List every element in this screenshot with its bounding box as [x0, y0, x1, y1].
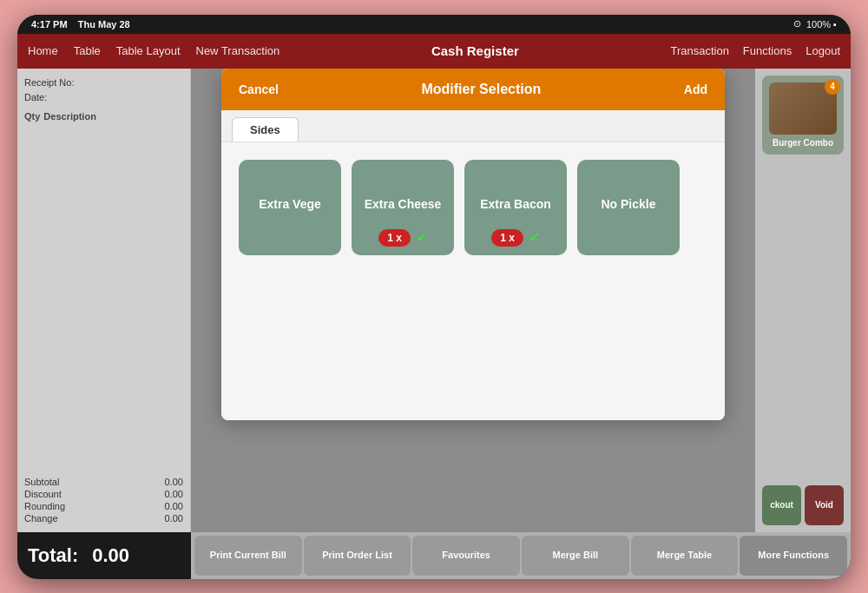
modal-title: Modifier Selection	[296, 82, 667, 97]
total-amount: 0.00	[92, 544, 129, 567]
rounding-label: Rounding	[24, 501, 65, 511]
change-value: 0.00	[165, 513, 183, 524]
modifier-badge-cheese: 1 x	[378, 229, 411, 247]
nav-center-title: Cash Register	[279, 43, 670, 58]
modifier-card-extra-vege[interactable]: Extra Vege	[239, 160, 341, 255]
checkout-void-row: ckout Void	[762, 485, 844, 525]
status-date: Thu May 28	[78, 19, 130, 30]
modifier-badge-row-bacon: 1 x ✔	[491, 229, 540, 247]
checkout-button[interactable]: ckout	[762, 485, 801, 525]
status-time-date: 4:17 PM Thu May 28	[31, 19, 130, 30]
void-button[interactable]: Void	[805, 485, 844, 525]
right-panel: 4 Burger Combo ckout Void	[755, 69, 851, 532]
receipt-panel: Receipt No: Date: Qty Description Subtot…	[17, 69, 191, 532]
modifier-card-extra-bacon[interactable]: Extra Bacon 1 x ✔	[464, 160, 567, 255]
modifier-badge-row-cheese: 1 x ✔	[378, 229, 427, 247]
receipt-columns: Qty Description	[24, 109, 183, 125]
receipt-info: Receipt No: Date: Qty Description	[24, 76, 183, 125]
modifier-badge-bacon: 1 x	[491, 229, 523, 247]
merge-bill-button[interactable]: Merge Bill	[522, 536, 629, 576]
status-time: 4:17 PM	[31, 19, 68, 30]
print-order-list-button[interactable]: Print Order List	[304, 536, 411, 576]
nav-home[interactable]: Home	[28, 44, 58, 57]
nav-table[interactable]: Table	[74, 44, 101, 57]
item-card-burger-combo[interactable]: 4 Burger Combo	[762, 76, 844, 155]
nav-logout[interactable]: Logout	[806, 44, 840, 57]
modifier-card-no-pickle[interactable]: No Pickle	[577, 160, 680, 255]
wifi-icon: ⊙	[793, 18, 801, 30]
receipt-spacer	[24, 124, 183, 476]
discount-label: Discount	[24, 489, 62, 499]
modal-body: Extra Vege Extra Cheese 1 x ✔	[221, 142, 725, 420]
status-indicators: ⊙ 100% ▪	[793, 18, 837, 30]
modifier-label-extra-vege: Extra Vege	[259, 197, 321, 211]
nav-transaction[interactable]: Transaction	[670, 44, 728, 57]
description-header: Description	[43, 109, 96, 125]
subtotal-row: Subtotal 0.00	[24, 477, 183, 487]
modifier-label-extra-bacon: Extra Bacon	[480, 197, 551, 211]
receipt-totals: Subtotal 0.00 Discount 0.00 Rounding 0.0…	[24, 477, 183, 525]
main-content: Receipt No: Date: Qty Description Subtot…	[17, 69, 851, 532]
print-current-bill-button[interactable]: Print Current Bill	[194, 536, 302, 576]
right-panel-spacer	[762, 161, 844, 478]
modal-cancel-button[interactable]: Cancel	[221, 69, 296, 110]
action-buttons: Print Current Bill Print Order List Favo…	[191, 532, 851, 579]
item-card-label: Burger Combo	[769, 138, 837, 148]
nav-new-transaction[interactable]: New Transaction	[196, 44, 280, 57]
modifier-label-no-pickle: No Pickle	[601, 197, 655, 211]
modifier-label-extra-cheese: Extra Cheese	[365, 197, 442, 211]
tab-sides[interactable]: Sides	[232, 117, 299, 142]
bottom-bar: Total: 0.00 Print Current Bill Print Ord…	[17, 532, 851, 579]
receipt-date-label: Date:	[24, 90, 183, 106]
modal-header: Cancel Modifier Selection Add	[221, 69, 725, 110]
nav-functions[interactable]: Functions	[743, 44, 792, 57]
check-icon-cheese: ✔	[416, 229, 427, 246]
rounding-value: 0.00	[165, 501, 183, 511]
discount-row: Discount 0.00	[24, 489, 183, 499]
nav-bar: Home Table Table Layout New Transaction …	[17, 34, 851, 69]
rounding-row: Rounding 0.00	[24, 501, 183, 511]
modifier-grid: Extra Vege Extra Cheese 1 x ✔	[239, 160, 707, 255]
item-badge: 4	[825, 79, 840, 95]
more-functions-button[interactable]: More Functions	[740, 536, 847, 576]
battery-indicator: 100% ▪	[806, 19, 837, 30]
receipt-no-label: Receipt No:	[24, 76, 183, 91]
status-bar: 4:17 PM Thu May 28 ⊙ 100% ▪	[17, 15, 851, 34]
subtotal-value: 0.00	[165, 477, 183, 487]
subtotal-label: Subtotal	[24, 477, 59, 487]
modal-overlay: Cancel Modifier Selection Add Sides Ex	[191, 69, 755, 532]
nav-right: Transaction Functions Logout	[670, 44, 840, 57]
qty-header: Qty	[24, 109, 40, 125]
discount-value: 0.00	[165, 489, 183, 499]
nav-table-layout[interactable]: Table Layout	[116, 44, 181, 57]
total-label: Total:	[28, 544, 78, 567]
merge-table-button[interactable]: Merge Table	[631, 536, 739, 576]
modifier-selection-modal: Cancel Modifier Selection Add Sides Ex	[221, 69, 725, 420]
modifier-card-extra-cheese[interactable]: Extra Cheese 1 x ✔	[352, 160, 454, 255]
favourites-button[interactable]: Favourites	[412, 536, 520, 576]
center-area: Cancel Modifier Selection Add Sides Ex	[191, 69, 755, 532]
check-icon-bacon: ✔	[529, 229, 540, 246]
change-row: Change 0.00	[24, 513, 183, 524]
modal-tabs: Sides	[221, 110, 725, 142]
device-frame: 4:17 PM Thu May 28 ⊙ 100% ▪ Home Table T…	[17, 15, 851, 579]
modal-add-button[interactable]: Add	[667, 69, 725, 110]
total-section: Total: 0.00	[17, 532, 191, 579]
change-label: Change	[24, 513, 58, 524]
nav-left: Home Table Table Layout New Transaction	[28, 44, 279, 57]
